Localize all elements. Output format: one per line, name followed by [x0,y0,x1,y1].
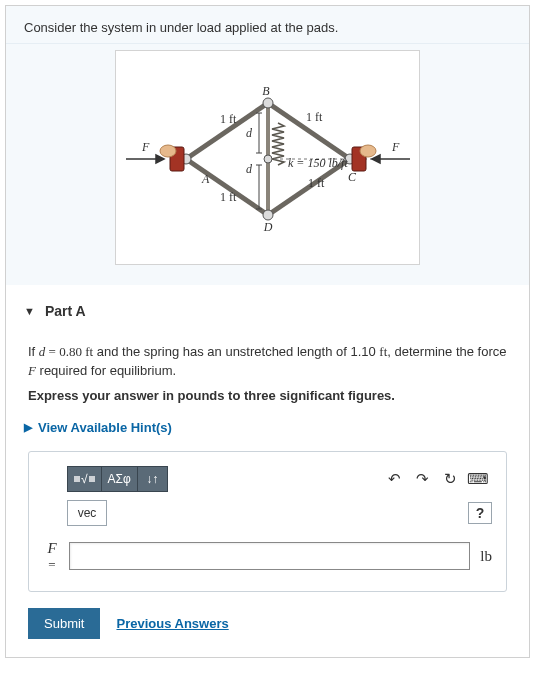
d-bot: d [246,162,253,176]
hints-label: View Available Hint(s) [38,420,172,435]
instruction: Express your answer in pounds to three s… [28,381,511,416]
reset-icon[interactable]: ↻ [436,468,464,490]
len-tr: 1 ft [306,110,323,124]
label-F-right: F [391,140,400,154]
view-hints-link[interactable]: ▶ View Available Hint(s) [24,416,511,451]
problem-statement-text: Consider the system in under load applie… [24,20,338,35]
answer-input[interactable] [69,542,470,570]
svg-point-13 [160,145,176,157]
question-text: If d = 0.80 ft and the spring has an uns… [28,343,511,381]
undo-icon[interactable]: ↶ [380,468,408,490]
vec-row: vec ? [43,500,492,526]
equals-sign: = [43,557,61,573]
answer-lhs: F = [43,540,61,573]
q-dunit: ft [85,344,93,359]
spring-k: k = 150 lb/ft [288,156,348,170]
caret-down-icon: ▼ [24,305,35,317]
formatting-toolbar: √ ΑΣφ ↓↑ ↶ ↷ ↻ ⌨ [43,466,492,492]
answer-unit: lb [478,548,492,565]
svg-marker-18 [372,155,380,163]
previous-answers-link[interactable]: Previous Answers [116,616,228,631]
sub-sup-button[interactable]: ↓↑ [138,466,168,492]
part-a-header[interactable]: ▼ Part A [24,303,511,319]
label-A: A [201,172,210,186]
part-a-section: ▼ Part A If d = 0.80 ft and the spring h… [6,285,529,657]
q-mid: and the spring has an unstretched length… [93,344,379,359]
vec-button[interactable]: vec [67,500,107,526]
q-F: F [28,363,36,378]
svg-point-9 [263,210,273,220]
svg-point-8 [263,98,273,108]
svg-marker-16 [156,155,164,163]
help-button[interactable]: ? [468,502,492,524]
label-F-left: F [141,140,150,154]
label-C: C [348,170,357,184]
q-tail: required for equilibrium. [36,363,176,378]
len-br: 1 ft [308,176,325,190]
keyboard-icon[interactable]: ⌨ [464,468,492,490]
answer-entry-box: √ ΑΣφ ↓↑ ↶ ↷ ↻ ⌨ vec ? F = [28,451,507,592]
label-B: B [262,84,270,98]
q-end: , determine the force [387,344,506,359]
q-dval: = 0.80 [45,344,85,359]
toolbar-left: √ ΑΣφ ↓↑ [67,466,168,492]
svg-point-10 [264,155,272,163]
svg-line-3 [186,159,268,215]
len-bl: 1 ft [220,190,237,204]
submit-button[interactable]: Submit [28,608,100,639]
figure-area: B D A C F F 1 ft 1 ft 1 ft 1 ft d d k = … [6,44,529,285]
problem-container: Consider the system in under load applie… [5,5,530,658]
len-tl: 1 ft [220,112,237,126]
toolbar-right: ↶ ↷ ↻ ⌨ [380,468,492,490]
part-a-title: Part A [45,303,86,319]
action-row: Submit Previous Answers [28,608,511,639]
figure: B D A C F F 1 ft 1 ft 1 ft 1 ft d d k = … [115,50,420,265]
lhs-symbol: F [43,540,61,557]
input-row: F = lb [43,540,492,573]
problem-statement: Consider the system in under load applie… [6,6,529,44]
greek-button[interactable]: ΑΣφ [102,466,138,492]
system-diagram: B D A C F F 1 ft 1 ft 1 ft 1 ft d d k = … [116,51,420,265]
label-D: D [263,220,273,234]
d-top: d [246,126,253,140]
template-button[interactable]: √ [67,466,102,492]
redo-icon[interactable]: ↷ [408,468,436,490]
q-prefix: If [28,344,39,359]
caret-right-icon: ▶ [24,421,32,434]
svg-point-14 [360,145,376,157]
template-icon: √ [74,472,95,486]
